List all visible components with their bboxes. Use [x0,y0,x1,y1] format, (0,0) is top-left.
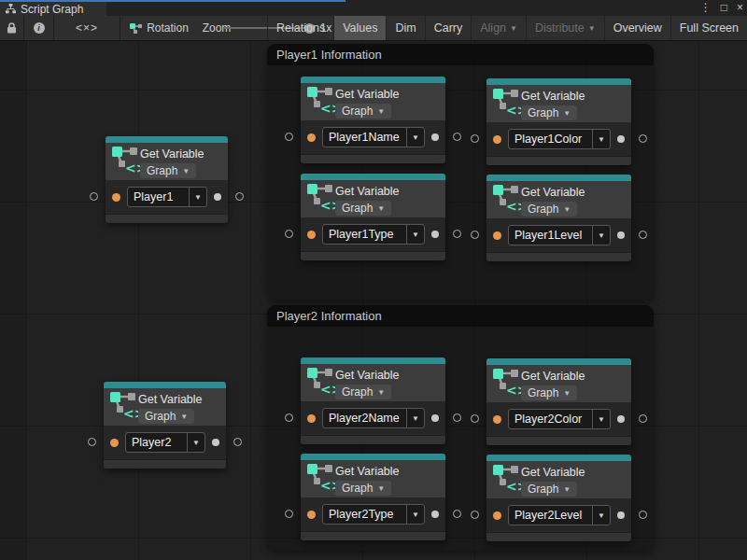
output-port-ring[interactable] [235,192,244,201]
rotation-breadcrumb[interactable]: Rotation [123,16,194,40]
graph-canvas[interactable]: Player1 Information Player2 Information … [0,41,747,560]
chevron-down-icon[interactable]: ▼ [406,409,424,427]
value-output-port[interactable] [617,135,625,143]
variable-input-port[interactable] [493,415,501,424]
graph-kind-dropdown[interactable]: Graph ▼ [140,163,196,178]
variable-name-dropdown[interactable]: Player2Type ▼ [322,504,425,525]
input-port-ring[interactable] [285,230,293,238]
graph-kind-dropdown[interactable]: Graph ▼ [138,409,194,424]
distribute-dropdown-button[interactable]: Distribute ▼ [526,16,604,40]
value-output-port[interactable] [617,231,625,239]
value-output-port[interactable] [212,439,219,446]
graph-kind-dropdown[interactable]: Graph ▼ [521,385,577,400]
graph-kind-dropdown[interactable]: Graph ▼ [521,105,577,120]
chevron-down-icon[interactable]: ▼ [189,188,206,206]
value-output-port[interactable] [431,231,439,238]
get-variable-node[interactable]: <> Get Variable Graph ▼ Player2Type ▼ [301,454,445,540]
output-port-ring[interactable] [453,230,461,238]
output-port-ring[interactable] [233,438,242,446]
input-port-ring[interactable] [90,192,98,201]
graph-kind-dropdown[interactable]: Graph ▼ [521,202,577,217]
group-header[interactable]: Player1 Information [267,44,654,65]
get-variable-node[interactable]: <> Get Variable Graph ▼ Player1Name ▼ [301,77,445,163]
get-variable-node[interactable]: <> Get Variable Graph ▼ Player1Level ▼ [486,175,631,261]
value-output-port[interactable] [617,511,625,519]
input-port-ring[interactable] [471,414,479,423]
values-button[interactable]: Values [333,16,386,40]
tab-script-graph[interactable]: Script Graph [0,2,106,16]
input-port-ring[interactable] [285,133,293,141]
fullscreen-button[interactable]: Full Screen [670,16,747,40]
variable-input-port[interactable] [493,135,501,144]
menu-icon[interactable]: ⋮ [700,0,712,16]
variable-name-dropdown[interactable]: Player2Name ▼ [322,408,425,428]
chevron-down-icon[interactable]: ▼ [592,130,610,148]
variable-input-port[interactable] [493,231,501,240]
lock-button[interactable] [0,16,23,40]
variable-name-dropdown[interactable]: Player1Level ▼ [508,225,611,245]
graph-kind-dropdown[interactable]: Graph ▼ [335,201,391,216]
align-dropdown-button[interactable]: Align ▼ [471,16,526,40]
value-output-port[interactable] [214,193,221,201]
variable-name-dropdown[interactable]: Player2Color ▼ [508,409,611,429]
chevron-down-icon[interactable]: ▼ [592,506,610,525]
info-button[interactable]: i [24,16,53,40]
chevron-down-icon[interactable]: ▼ [406,505,424,524]
chevron-down-icon[interactable]: ▼ [406,128,424,147]
output-port-ring[interactable] [639,414,647,423]
variable-input-port[interactable] [493,511,501,520]
variable-name-dropdown[interactable]: Player1Name ▼ [322,127,425,147]
graph-kind-dropdown[interactable]: Graph ▼ [521,482,577,497]
relations-button[interactable]: Relations [267,16,333,40]
input-port-ring[interactable] [471,511,479,519]
variable-input-port[interactable] [307,133,316,142]
output-port-ring[interactable] [453,510,461,518]
variable-name-dropdown[interactable]: Player1Type ▼ [322,224,425,245]
variable-name-dropdown[interactable]: Player1Color ▼ [508,129,611,149]
close-icon[interactable]: × [737,0,743,16]
get-variable-node[interactable]: <> Get Variable Graph ▼ Player1 ▼ [106,136,228,223]
output-port-ring[interactable] [639,134,647,143]
get-variable-node[interactable]: <> Get Variable Graph ▼ Player2 ▼ [104,382,226,469]
variable-name-dropdown[interactable]: Player2 ▼ [125,432,205,453]
output-port-ring[interactable] [453,133,461,141]
maximize-icon[interactable]: □ [721,0,727,16]
chevron-down-icon[interactable]: ▼ [187,433,204,452]
group-header[interactable]: Player2 Information [267,305,654,327]
value-output-port[interactable] [431,133,439,141]
input-port-ring[interactable] [471,134,479,143]
get-variable-node[interactable]: <> Get Variable Graph ▼ Player2Level ▼ [486,455,631,541]
chevron-down-icon[interactable]: ▼ [592,226,610,245]
variable-input-port[interactable] [112,193,120,202]
variable-name-dropdown[interactable]: Player1 ▼ [127,187,207,207]
overview-button[interactable]: Overview [604,16,670,40]
variable-input-port[interactable] [307,414,316,423]
graph-kind-dropdown[interactable]: Graph ▼ [335,385,391,399]
graph-kind-dropdown[interactable]: Graph ▼ [335,481,391,496]
get-variable-node[interactable]: <> Get Variable Graph ▼ Player1Color ▼ [486,78,631,165]
output-port-ring[interactable] [453,413,461,422]
code-view-button[interactable]: <×> [54,16,120,40]
output-port-ring[interactable] [639,511,647,519]
value-output-port[interactable] [431,414,439,422]
variable-input-port[interactable] [307,231,316,239]
get-variable-node[interactable]: <> Get Variable Graph ▼ Player2Color ▼ [486,358,631,445]
variable-name-dropdown[interactable]: Player2Level ▼ [508,505,611,525]
output-port-ring[interactable] [639,231,647,239]
input-port-ring[interactable] [471,231,479,239]
variable-input-port[interactable] [307,511,316,519]
chevron-down-icon[interactable]: ▼ [406,225,424,244]
value-output-port[interactable] [617,415,625,423]
get-variable-node[interactable]: <> Get Variable Graph ▼ Player2Name ▼ [301,357,445,444]
variable-name: Player1Level [509,229,592,242]
input-port-ring[interactable] [285,510,293,518]
input-port-ring[interactable] [88,438,96,446]
dim-button[interactable]: Dim [386,16,424,40]
graph-kind-dropdown[interactable]: Graph ▼ [335,104,391,119]
variable-input-port[interactable] [110,439,119,447]
carry-button[interactable]: Carry [425,16,472,40]
get-variable-node[interactable]: <> Get Variable Graph ▼ Player1Type ▼ [301,174,445,260]
chevron-down-icon[interactable]: ▼ [592,410,610,428]
value-output-port[interactable] [431,511,439,518]
input-port-ring[interactable] [285,413,293,422]
